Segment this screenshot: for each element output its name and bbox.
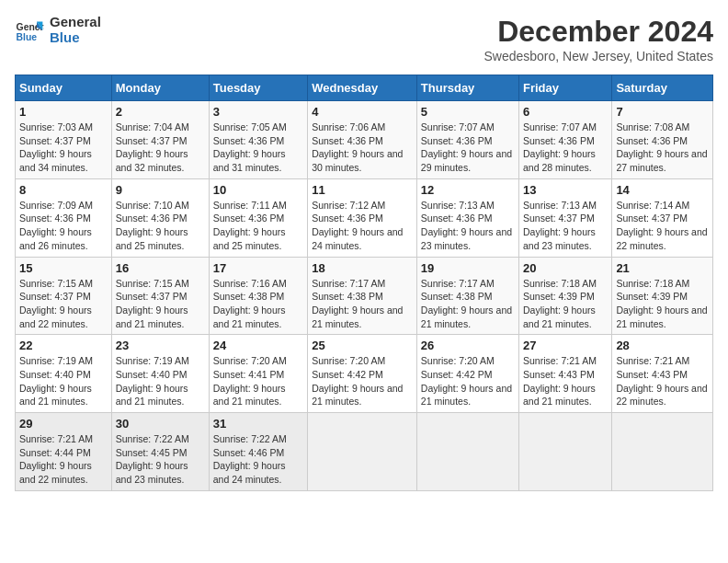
day-number: 29	[19, 417, 108, 431]
day-info: Sunrise: 7:04 AM Sunset: 4:37 PM Dayligh…	[116, 121, 205, 175]
day-cell: 18 Sunrise: 7:17 AM Sunset: 4:38 PM Dayl…	[308, 257, 417, 335]
day-number: 2	[116, 105, 205, 119]
day-info: Sunrise: 7:08 AM Sunset: 4:36 PM Dayligh…	[616, 121, 709, 175]
day-info: Sunrise: 7:15 AM Sunset: 4:37 PM Dayligh…	[116, 277, 205, 331]
day-cell: 22 Sunrise: 7:19 AM Sunset: 4:40 PM Dayl…	[16, 335, 112, 413]
day-number: 25	[312, 339, 413, 352]
day-number: 7	[616, 105, 709, 119]
day-cell: 25 Sunrise: 7:20 AM Sunset: 4:42 PM Dayl…	[308, 335, 417, 413]
day-number: 17	[213, 261, 303, 275]
logo-line1: General	[50, 15, 101, 30]
day-number: 8	[19, 183, 108, 197]
logo: General Blue General Blue	[15, 15, 101, 45]
location-subtitle: Swedesboro, New Jersey, United States	[483, 49, 713, 63]
day-number: 26	[421, 339, 515, 352]
day-info: Sunrise: 7:06 AM Sunset: 4:36 PM Dayligh…	[312, 121, 413, 175]
day-cell: 16 Sunrise: 7:15 AM Sunset: 4:37 PM Dayl…	[111, 257, 209, 335]
day-cell: 21 Sunrise: 7:18 AM Sunset: 4:39 PM Dayl…	[612, 257, 713, 335]
day-info: Sunrise: 7:07 AM Sunset: 4:36 PM Dayligh…	[421, 121, 515, 175]
day-number: 6	[523, 105, 608, 119]
day-number: 31	[213, 417, 303, 431]
day-cell: 4 Sunrise: 7:06 AM Sunset: 4:36 PM Dayli…	[308, 101, 417, 179]
day-cell: 17 Sunrise: 7:16 AM Sunset: 4:38 PM Dayl…	[209, 257, 307, 335]
day-cell: 10 Sunrise: 7:11 AM Sunset: 4:36 PM Dayl…	[209, 178, 307, 257]
column-header-friday: Friday	[519, 75, 612, 101]
day-cell: 11 Sunrise: 7:12 AM Sunset: 4:36 PM Dayl…	[308, 178, 417, 257]
day-info: Sunrise: 7:14 AM Sunset: 4:37 PM Dayligh…	[616, 199, 709, 253]
day-cell: 13 Sunrise: 7:13 AM Sunset: 4:37 PM Dayl…	[519, 178, 612, 257]
day-cell	[519, 413, 612, 491]
day-cell	[612, 413, 713, 491]
day-info: Sunrise: 7:15 AM Sunset: 4:37 PM Dayligh…	[19, 277, 108, 331]
logo-icon: General Blue	[15, 16, 44, 45]
day-info: Sunrise: 7:21 AM Sunset: 4:44 PM Dayligh…	[19, 432, 108, 487]
day-number: 27	[523, 339, 608, 352]
day-info: Sunrise: 7:17 AM Sunset: 4:38 PM Dayligh…	[421, 277, 515, 331]
day-info: Sunrise: 7:13 AM Sunset: 4:36 PM Dayligh…	[421, 199, 515, 253]
day-cell: 3 Sunrise: 7:05 AM Sunset: 4:36 PM Dayli…	[209, 101, 307, 179]
day-cell: 7 Sunrise: 7:08 AM Sunset: 4:36 PM Dayli…	[612, 101, 713, 179]
day-info: Sunrise: 7:12 AM Sunset: 4:36 PM Dayligh…	[312, 199, 413, 253]
day-cell: 28 Sunrise: 7:21 AM Sunset: 4:43 PM Dayl…	[612, 335, 713, 413]
week-row-1: 1 Sunrise: 7:03 AM Sunset: 4:37 PM Dayli…	[16, 101, 713, 179]
day-number: 1	[19, 105, 108, 119]
day-cell: 14 Sunrise: 7:14 AM Sunset: 4:37 PM Dayl…	[612, 178, 713, 257]
day-cell: 9 Sunrise: 7:10 AM Sunset: 4:36 PM Dayli…	[111, 178, 209, 257]
day-info: Sunrise: 7:13 AM Sunset: 4:37 PM Dayligh…	[523, 199, 608, 253]
svg-text:Blue: Blue	[17, 32, 38, 42]
week-row-5: 29 Sunrise: 7:21 AM Sunset: 4:44 PM Dayl…	[16, 413, 713, 491]
day-cell: 26 Sunrise: 7:20 AM Sunset: 4:42 PM Dayl…	[416, 335, 518, 413]
day-number: 13	[523, 183, 608, 197]
day-info: Sunrise: 7:16 AM Sunset: 4:38 PM Dayligh…	[213, 277, 303, 331]
day-number: 4	[312, 105, 413, 119]
day-cell: 8 Sunrise: 7:09 AM Sunset: 4:36 PM Dayli…	[16, 178, 112, 257]
day-number: 20	[523, 261, 608, 275]
day-info: Sunrise: 7:03 AM Sunset: 4:37 PM Dayligh…	[19, 121, 108, 175]
column-header-monday: Monday	[111, 75, 209, 101]
day-info: Sunrise: 7:11 AM Sunset: 4:36 PM Dayligh…	[213, 199, 303, 253]
day-number: 24	[213, 339, 303, 352]
day-info: Sunrise: 7:20 AM Sunset: 4:42 PM Dayligh…	[312, 354, 413, 408]
page-header: General Blue General Blue December 2024 …	[15, 15, 713, 63]
day-number: 12	[421, 183, 515, 197]
week-row-3: 15 Sunrise: 7:15 AM Sunset: 4:37 PM Dayl…	[16, 257, 713, 335]
day-number: 15	[19, 261, 108, 275]
day-cell: 6 Sunrise: 7:07 AM Sunset: 4:36 PM Dayli…	[519, 101, 612, 179]
day-cell: 23 Sunrise: 7:19 AM Sunset: 4:40 PM Dayl…	[111, 335, 209, 413]
day-cell	[308, 413, 417, 491]
day-info: Sunrise: 7:21 AM Sunset: 4:43 PM Dayligh…	[616, 354, 709, 408]
column-header-saturday: Saturday	[612, 75, 713, 101]
column-header-thursday: Thursday	[416, 75, 518, 101]
day-cell: 24 Sunrise: 7:20 AM Sunset: 4:41 PM Dayl…	[209, 335, 307, 413]
day-cell: 30 Sunrise: 7:22 AM Sunset: 4:45 PM Dayl…	[111, 413, 209, 491]
day-number: 28	[616, 339, 709, 352]
day-number: 5	[421, 105, 515, 119]
day-number: 9	[116, 183, 205, 197]
day-cell: 12 Sunrise: 7:13 AM Sunset: 4:36 PM Dayl…	[416, 178, 518, 257]
day-number: 23	[116, 339, 205, 352]
column-header-sunday: Sunday	[16, 75, 112, 101]
day-number: 10	[213, 183, 303, 197]
day-number: 3	[213, 105, 303, 119]
day-number: 14	[616, 183, 709, 197]
day-info: Sunrise: 7:07 AM Sunset: 4:36 PM Dayligh…	[523, 121, 608, 175]
month-title: December 2024	[483, 15, 713, 49]
day-info: Sunrise: 7:20 AM Sunset: 4:42 PM Dayligh…	[421, 354, 515, 408]
title-block: December 2024 Swedesboro, New Jersey, Un…	[483, 15, 713, 63]
day-number: 30	[116, 417, 205, 431]
day-info: Sunrise: 7:22 AM Sunset: 4:45 PM Dayligh…	[116, 432, 205, 487]
day-cell: 2 Sunrise: 7:04 AM Sunset: 4:37 PM Dayli…	[111, 101, 209, 179]
day-cell: 31 Sunrise: 7:22 AM Sunset: 4:46 PM Dayl…	[209, 413, 307, 491]
day-info: Sunrise: 7:21 AM Sunset: 4:43 PM Dayligh…	[523, 354, 608, 408]
day-cell: 15 Sunrise: 7:15 AM Sunset: 4:37 PM Dayl…	[16, 257, 112, 335]
week-row-4: 22 Sunrise: 7:19 AM Sunset: 4:40 PM Dayl…	[16, 335, 713, 413]
day-number: 11	[312, 183, 413, 197]
week-row-2: 8 Sunrise: 7:09 AM Sunset: 4:36 PM Dayli…	[16, 178, 713, 257]
day-cell: 5 Sunrise: 7:07 AM Sunset: 4:36 PM Dayli…	[416, 101, 518, 179]
day-number: 22	[19, 339, 108, 352]
day-number: 16	[116, 261, 205, 275]
day-cell: 1 Sunrise: 7:03 AM Sunset: 4:37 PM Dayli…	[16, 101, 112, 179]
day-info: Sunrise: 7:10 AM Sunset: 4:36 PM Dayligh…	[116, 199, 205, 253]
logo-line2: Blue	[50, 30, 101, 46]
day-cell: 19 Sunrise: 7:17 AM Sunset: 4:38 PM Dayl…	[416, 257, 518, 335]
